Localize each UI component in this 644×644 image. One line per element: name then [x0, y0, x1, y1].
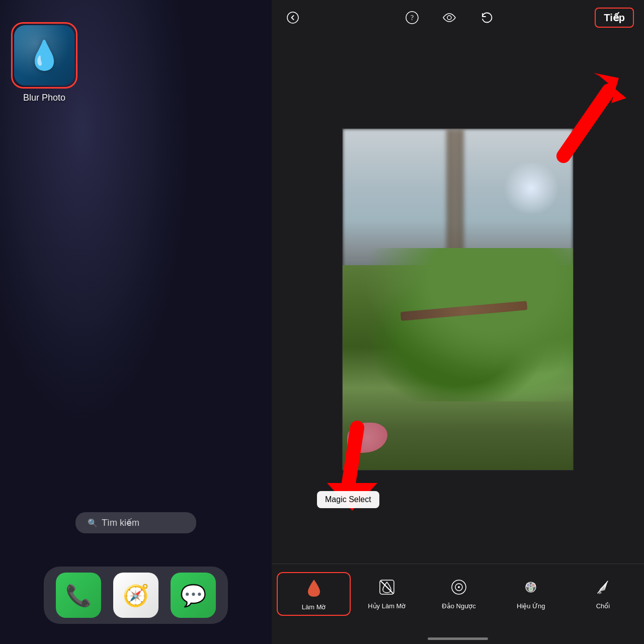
photo-sky-highlight: [501, 163, 561, 213]
tool-lam-mo[interactable]: Làm Mờ: [277, 572, 351, 616]
tool-choi[interactable]: Chổi: [567, 572, 639, 614]
photo-area: Magic Select: [272, 35, 644, 564]
dao-nguoc-icon: [450, 576, 468, 598]
dock-app-messages[interactable]: 💬: [171, 573, 216, 618]
dao-nguoc-label: Đảo Ngược: [442, 602, 475, 610]
home-indicator: [428, 637, 488, 640]
photo-leaves: [343, 248, 573, 401]
app-icon-label: Blur Photo: [23, 93, 65, 103]
top-toolbar: ? Tiếp: [272, 0, 644, 35]
huy-lam-mo-icon: [378, 576, 396, 598]
dock: 📞 🧭 💬: [44, 567, 228, 624]
svg-point-14: [526, 583, 530, 587]
magic-select-tooltip: Magic Select: [317, 491, 379, 508]
right-panel: ? Tiếp: [272, 0, 644, 644]
undo-button[interactable]: [475, 7, 498, 29]
blur-photo-app-icon[interactable]: 💧: [14, 25, 74, 86]
svg-point-12: [458, 586, 460, 588]
back-button[interactable]: [282, 7, 304, 29]
next-label: Tiếp: [604, 12, 625, 24]
lam-mo-icon: [306, 577, 322, 599]
choi-icon: [594, 576, 612, 598]
app-icon-selection-border: 💧: [11, 22, 77, 89]
tool-huy-lam-mo[interactable]: Hủy Làm Mờ: [351, 572, 423, 614]
drop-icon: 💧: [27, 39, 62, 72]
search-icon: 🔍: [88, 518, 98, 528]
search-label: Tìm kiếm: [102, 517, 139, 528]
phone-icon: 📞: [65, 583, 92, 608]
hieu-ung-icon: [522, 576, 540, 598]
help-button[interactable]: ?: [401, 7, 423, 29]
app-icon-wrapper[interactable]: 💧 Blur Photo: [11, 22, 77, 103]
preview-button[interactable]: [438, 7, 460, 29]
toolbar-center: ?: [401, 7, 498, 29]
tool-dao-nguoc[interactable]: Đảo Ngược: [423, 572, 495, 614]
dock-app-safari[interactable]: 🧭: [113, 573, 158, 618]
huy-lam-mo-label: Hủy Làm Mờ: [368, 602, 406, 610]
left-panel: 💧 Blur Photo 🔍 Tìm kiếm 📞 🧭 💬: [0, 0, 272, 644]
choi-label: Chổi: [596, 602, 610, 610]
svg-point-16: [529, 587, 533, 591]
svg-point-3: [447, 16, 451, 20]
arrow-up-right-icon: [533, 65, 634, 166]
magic-select-label: Magic Select: [325, 495, 371, 504]
messages-icon: 💬: [180, 583, 206, 608]
search-bar[interactable]: 🔍 Tìm kiếm: [75, 512, 196, 533]
safari-icon: 🧭: [123, 583, 149, 608]
svg-point-15: [531, 583, 535, 587]
tool-hieu-ung[interactable]: Hiệu Ứng: [495, 572, 567, 614]
svg-text:?: ?: [411, 14, 414, 22]
hieu-ung-label: Hiệu Ứng: [517, 602, 545, 610]
dock-app-phone[interactable]: 📞: [56, 573, 101, 618]
svg-line-17: [598, 581, 608, 593]
lam-mo-label: Làm Mờ: [302, 603, 326, 611]
bottom-toolbar: Làm Mờ Hủy Làm Mờ: [272, 564, 644, 644]
svg-point-0: [287, 12, 298, 23]
next-button[interactable]: Tiếp: [595, 8, 634, 28]
